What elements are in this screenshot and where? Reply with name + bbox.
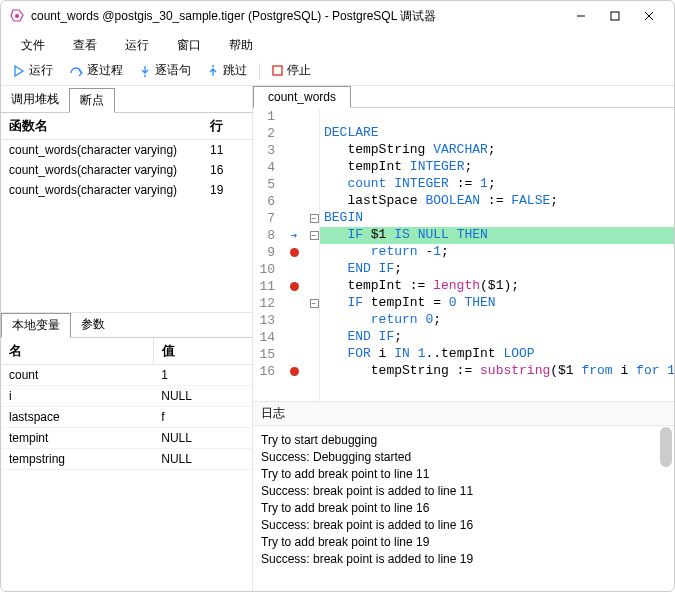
vars-table: 名 值 count1 iNULL lastspacef tempintNULL …	[1, 338, 252, 470]
svg-point-6	[212, 65, 214, 67]
svg-rect-2	[611, 12, 619, 20]
scrollbar-thumb[interactable]	[660, 427, 672, 467]
editor-tab[interactable]: count_words	[253, 86, 351, 108]
svg-rect-7	[273, 66, 282, 75]
menu-window[interactable]: 窗口	[165, 35, 213, 56]
close-button[interactable]	[632, 2, 666, 30]
menu-bar: 文件 查看 运行 窗口 帮助	[1, 31, 674, 58]
log-body[interactable]: Try to start debuggingSuccess: Debugging…	[253, 426, 674, 591]
svg-point-0	[15, 14, 19, 18]
app-icon	[9, 8, 25, 24]
menu-view[interactable]: 查看	[61, 35, 109, 56]
log-panel: 日志 Try to start debuggingSuccess: Debugg…	[253, 401, 674, 591]
step-into-button[interactable]: 逐语句	[133, 60, 197, 81]
minimize-button[interactable]	[564, 2, 598, 30]
col-varvalue[interactable]: 值	[153, 338, 252, 365]
col-varname[interactable]: 名	[1, 338, 153, 365]
table-row[interactable]: count1	[1, 365, 252, 386]
tab-callstack[interactable]: 调用堆栈	[1, 88, 69, 112]
toolbar: 运行 逐过程 逐语句 跳过 停止	[1, 58, 674, 86]
step-out-button[interactable]: 跳过	[201, 60, 253, 81]
editor-tabs: count_words	[253, 86, 674, 108]
step-over-button[interactable]: 逐过程	[63, 60, 129, 81]
table-row[interactable]: count_words(character varying)19	[1, 180, 252, 200]
tab-breakpoints[interactable]: 断点	[69, 88, 115, 113]
left-panel: 调用堆栈 断点 函数名 行 count_words(character vary…	[1, 86, 253, 591]
stack-tabs: 调用堆栈 断点	[1, 86, 252, 113]
table-row[interactable]: count_words(character varying)16	[1, 160, 252, 180]
title-bar: count_words @postgis_30_sample.tiger (Po…	[1, 1, 674, 31]
breakpoints-panel: 函数名 行 count_words(character varying)11 c…	[1, 113, 252, 313]
table-row[interactable]: iNULL	[1, 386, 252, 407]
play-icon	[13, 65, 25, 77]
svg-point-5	[144, 75, 146, 77]
toolbar-separator	[259, 63, 260, 79]
main-area: 调用堆栈 断点 函数名 行 count_words(character vary…	[1, 86, 674, 591]
code-editor[interactable]: 1234567−8➔−9101112−13141516 DECLARE temp…	[253, 108, 674, 401]
menu-run[interactable]: 运行	[113, 35, 161, 56]
code-body[interactable]: DECLARE tempString VARCHAR; tempInt INTE…	[320, 108, 674, 401]
col-func[interactable]: 函数名	[1, 113, 202, 140]
step-out-icon	[207, 65, 219, 77]
breakpoints-table: 函数名 行 count_words(character varying)11 c…	[1, 113, 252, 200]
tab-locals[interactable]: 本地变量	[1, 313, 71, 338]
log-header: 日志	[253, 401, 674, 426]
run-button[interactable]: 运行	[7, 60, 59, 81]
menu-file[interactable]: 文件	[9, 35, 57, 56]
tab-params[interactable]: 参数	[71, 313, 115, 337]
step-over-icon	[69, 65, 83, 77]
table-row[interactable]: tempintNULL	[1, 428, 252, 449]
stop-button[interactable]: 停止	[266, 60, 317, 81]
window-title: count_words @postgis_30_sample.tiger (Po…	[31, 8, 564, 25]
table-row[interactable]: tempstringNULL	[1, 449, 252, 470]
step-into-icon	[139, 65, 151, 77]
vars-tabs: 本地变量 参数	[1, 313, 252, 338]
menu-help[interactable]: 帮助	[217, 35, 265, 56]
table-row[interactable]: count_words(character varying)11	[1, 140, 252, 161]
col-line[interactable]: 行	[202, 113, 252, 140]
right-panel: count_words 1234567−8➔−9101112−13141516 …	[253, 86, 674, 591]
maximize-button[interactable]	[598, 2, 632, 30]
gutter[interactable]: 1234567−8➔−9101112−13141516	[253, 108, 320, 401]
table-row[interactable]: lastspacef	[1, 407, 252, 428]
stop-icon	[272, 65, 283, 76]
